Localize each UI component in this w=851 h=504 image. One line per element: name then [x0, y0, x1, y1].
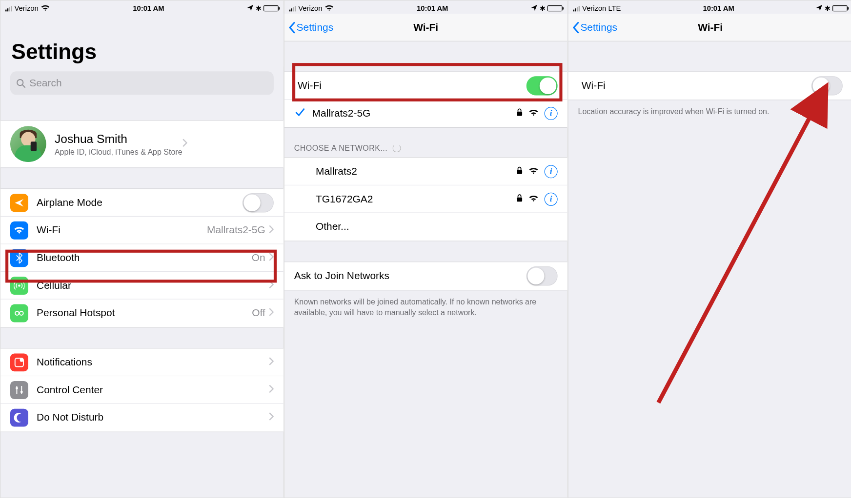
nav-title: Wi-Fi	[698, 21, 723, 34]
other-label: Other...	[316, 221, 558, 233]
wifi-on-screen: Verizon 10:01 AM ✱ Settings Wi-Fi Wi-Fi …	[284, 0, 568, 498]
wifi-toggle[interactable]	[527, 76, 558, 95]
carrier-label: Verizon	[298, 4, 322, 13]
carrier-label: Verizon LTE	[582, 4, 621, 13]
search-input[interactable]: Search	[10, 71, 274, 95]
bluetooth-row[interactable]: Bluetooth On	[0, 244, 283, 272]
other-network-row[interactable]: Other...	[284, 213, 567, 241]
spinner-icon	[392, 144, 401, 152]
lock-icon	[516, 166, 523, 177]
svg-rect-12	[517, 169, 522, 174]
lock-icon	[516, 194, 523, 204]
carrier-label: Verizon	[15, 4, 39, 13]
bluetooth-icon	[10, 249, 28, 267]
chevron-right-icon	[182, 139, 187, 149]
location-icon	[816, 4, 822, 13]
ask-toggle[interactable]	[527, 266, 558, 285]
hotspot-detail: Off	[252, 307, 265, 320]
dnd-row[interactable]: Do Not Disturb	[0, 404, 283, 432]
battery-icon	[263, 5, 279, 11]
notifications-row[interactable]: Notifications	[0, 349, 283, 377]
wifi-icon	[10, 221, 28, 239]
wifi-toggle[interactable]	[811, 76, 843, 95]
network-row[interactable]: Mallrats2 i	[284, 158, 567, 185]
bluetooth-icon: ✱	[825, 4, 830, 12]
annotation-arrow	[640, 79, 844, 415]
dnd-label: Do Not Disturb	[37, 412, 269, 424]
battery-icon	[547, 5, 563, 11]
location-note: Location accuracy is improved when Wi-Fi…	[568, 100, 851, 122]
clock-label: 10:01 AM	[133, 4, 164, 13]
info-icon[interactable]: i	[545, 192, 558, 205]
clock-label: 10:01 AM	[703, 4, 734, 13]
svg-line-1	[22, 84, 25, 87]
status-bar: Verizon LTE 10:01 AM ✱	[568, 0, 851, 14]
network-name: Mallrats2	[316, 165, 516, 178]
wifi-off-screen: Verizon LTE 10:01 AM ✱ Settings Wi-Fi Wi…	[568, 0, 851, 498]
profile-name: Joshua Smith	[55, 132, 182, 145]
notifications-label: Notifications	[37, 356, 269, 368]
connected-network-row[interactable]: Mallrats2-5G i	[284, 100, 567, 127]
airplane-toggle[interactable]	[243, 193, 274, 212]
cellular-icon	[10, 276, 28, 294]
wifi-toggle-row[interactable]: Wi-Fi	[568, 72, 851, 100]
cellular-label: Cellular	[37, 280, 269, 292]
network-name: TG1672GA2	[316, 193, 516, 205]
status-bar: Verizon 10:01 AM ✱	[284, 0, 567, 14]
bluetooth-icon: ✱	[540, 4, 545, 12]
bluetooth-label: Bluetooth	[37, 252, 252, 264]
location-icon	[247, 4, 253, 13]
svg-line-14	[658, 86, 826, 403]
signal-icon	[289, 6, 296, 11]
choose-network-header: CHOOSE A NETWORK...	[284, 128, 567, 157]
signal-icon	[573, 6, 580, 11]
hotspot-label: Personal Hotspot	[37, 307, 252, 320]
control-center-icon	[10, 381, 28, 399]
chevron-right-icon	[269, 384, 274, 395]
back-button[interactable]: Settings	[572, 20, 617, 34]
svg-rect-13	[517, 197, 522, 202]
chevron-right-icon	[269, 252, 274, 263]
profile-subtitle: Apple ID, iCloud, iTunes & App Store	[55, 147, 182, 156]
wifi-status-icon	[41, 4, 50, 13]
chevron-right-icon	[269, 280, 274, 291]
chevron-right-icon	[269, 225, 274, 236]
clock-label: 10:01 AM	[417, 4, 448, 13]
airplane-label: Airplane Mode	[37, 197, 243, 209]
chevron-right-icon	[269, 412, 274, 423]
svg-point-3	[15, 311, 19, 315]
back-label: Settings	[580, 21, 617, 34]
wifi-row[interactable]: Wi-Fi Mallrats2-5G	[0, 217, 283, 244]
wifi-strength-icon	[529, 194, 539, 204]
svg-point-0	[17, 79, 23, 85]
airplane-icon	[10, 194, 28, 212]
network-name: Mallrats2-5G	[312, 107, 516, 120]
info-icon[interactable]: i	[545, 107, 558, 120]
svg-rect-11	[517, 112, 522, 116]
hotspot-row[interactable]: Personal Hotspot Off	[0, 300, 283, 327]
wifi-toggle-label: Wi-Fi	[294, 80, 527, 92]
svg-point-6	[20, 358, 23, 362]
info-icon[interactable]: i	[545, 165, 558, 178]
bluetooth-detail: On	[252, 252, 265, 264]
control-center-label: Control Center	[37, 384, 269, 396]
wifi-status-icon	[324, 4, 333, 13]
chevron-right-icon	[269, 308, 274, 319]
chevron-right-icon	[269, 357, 274, 367]
wifi-toggle-row[interactable]: Wi-Fi	[284, 72, 567, 100]
apple-id-row[interactable]: Joshua Smith Apple ID, iCloud, iTunes & …	[0, 121, 283, 167]
back-label: Settings	[297, 21, 334, 34]
bluetooth-icon: ✱	[256, 4, 261, 12]
cellular-row[interactable]: Cellular	[0, 272, 283, 300]
ask-to-join-row[interactable]: Ask to Join Networks	[284, 262, 567, 290]
status-bar: Verizon 10:01 AM ✱	[0, 0, 283, 14]
control-center-row[interactable]: Control Center	[0, 376, 283, 404]
airplane-mode-row[interactable]: Airplane Mode	[0, 189, 283, 217]
settings-root-screen: Verizon 10:01 AM ✱ Settings Search Joshu…	[0, 0, 284, 498]
location-icon	[531, 4, 537, 13]
back-button[interactable]: Settings	[288, 20, 333, 34]
page-title: Settings	[0, 14, 283, 66]
wifi-strength-icon	[529, 166, 539, 177]
avatar	[10, 126, 46, 162]
network-row[interactable]: TG1672GA2 i	[284, 185, 567, 213]
